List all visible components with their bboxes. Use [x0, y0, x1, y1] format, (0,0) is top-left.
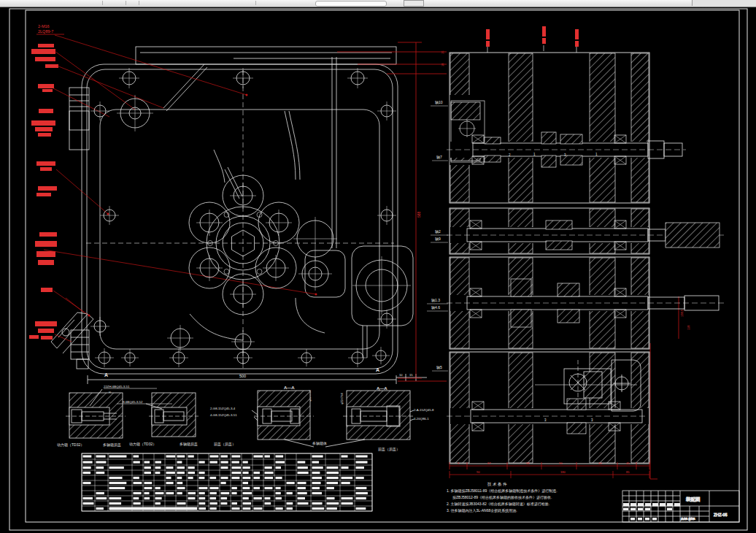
shaft-label: 轴9	[435, 237, 441, 242]
red-annotation-block	[38, 186, 57, 191]
red-annotation-block	[39, 109, 53, 113]
detail-views	[66, 388, 414, 447]
tech-notes-line3: 2. 主轴转速按JB3043-82《组合机床多轴箱转速》标准进行检验.	[447, 502, 549, 507]
parameter-table	[82, 453, 372, 511]
red-annotation-block	[42, 89, 53, 92]
thread-callout-line2: 2LQ89-7	[38, 29, 53, 34]
toolbar-separator	[126, 1, 126, 5]
red-annotation-block	[36, 251, 55, 257]
shaft-label: 轴7	[436, 155, 442, 160]
bolt-holes	[90, 68, 411, 367]
detail-caption: 多轴箱后盖	[180, 442, 198, 447]
dim-10: 10	[399, 373, 403, 377]
detail-caption: 多轴箱体	[312, 441, 327, 446]
title-block-sheet-info: 共4张 第5张	[681, 518, 695, 521]
section-views	[447, 53, 724, 464]
shaft-label: 轴2	[435, 229, 441, 234]
section-marker-a-right: A	[376, 367, 379, 372]
red-section-label	[542, 26, 546, 37]
tech-notes-line2: 按ZBJ58012-89《组合机床多轴箱的验收技术条件》进行验收.	[452, 495, 552, 500]
toolbar-button[interactable]	[404, 0, 424, 7]
red-section-label	[486, 29, 490, 39]
toolbar-separator	[102, 1, 103, 5]
red-section-label	[575, 29, 579, 39]
detail-view-3	[254, 391, 314, 440]
detail-view-4	[343, 391, 413, 440]
toolbar-field[interactable]	[315, 1, 387, 7]
cad-application: 500 10 15 A A 588 15 18 138.5 118	[0, 0, 756, 533]
chain-dim: 90	[559, 461, 563, 465]
red-section-label	[542, 38, 546, 44]
title-block-title: 装配图	[686, 496, 701, 502]
red-section-label	[486, 41, 490, 47]
title-block-drawing-no: ZHZ-05	[714, 513, 728, 517]
red-section-label	[575, 41, 579, 47]
tech-notes-line4: 3. 往多轴箱内注入3L-AN68全损耗系统用油.	[447, 508, 517, 513]
detail-code: 4-G8-15ZQ45-3-51	[210, 413, 237, 417]
section-title: A—A	[284, 386, 295, 390]
detail-code: 2-G8-15ZQ45-3-4	[210, 407, 236, 410]
dim-588: 588	[417, 211, 421, 218]
chain-dim: 85	[626, 470, 630, 474]
toolbar-separator	[139, 1, 139, 5]
red-annotation-block	[31, 120, 55, 126]
chain-dim: 40	[598, 461, 602, 465]
red-annotation-block	[41, 336, 53, 340]
title-block-texture	[623, 503, 680, 521]
section-view-3	[447, 257, 724, 349]
leader-line	[55, 35, 247, 95]
shaft-label: 轴1.3	[431, 298, 440, 303]
detail-view-1	[66, 393, 126, 438]
fit-label: φ25H7/h6	[341, 393, 344, 404]
red-annotation-block	[35, 241, 57, 247]
tech-notes-line1: 1. 多轴箱按ZBJ58011-89《组合机床多轴箱制造技术条件》进行制造.	[447, 488, 558, 494]
section-view-2	[447, 208, 724, 254]
chain-dim: 87	[487, 461, 491, 465]
leader-line	[66, 298, 84, 312]
dim-18-top: 18	[441, 63, 444, 66]
red-annotation-block	[35, 127, 53, 131]
red-annotation-block	[35, 57, 55, 61]
leader-line	[53, 291, 89, 315]
detail-view-2	[149, 393, 198, 437]
chain-dim: 45	[626, 461, 630, 465]
red-annotation-block	[38, 133, 51, 137]
chain-dim: 90	[477, 470, 480, 474]
red-annotation-block	[36, 161, 55, 166]
red-annotation-block	[38, 260, 54, 265]
dim-15-top: 15	[441, 50, 444, 54]
section-view-4-extras	[535, 360, 641, 411]
thread-callout-line1: 2-M16	[38, 24, 50, 28]
red-annotation-block	[38, 44, 54, 47]
shaft-label: 轴5	[436, 365, 442, 370]
app-toolbar[interactable]	[0, 0, 756, 7]
leader-line	[55, 334, 72, 342]
tech-notes-title: 技 术 条 件	[487, 482, 507, 486]
dim-118: 118	[687, 325, 690, 330]
detail-code: 2-A-15ZQ45-8	[414, 408, 434, 412]
toolbar-panel	[692, 0, 756, 6]
gear-bore-cluster	[189, 175, 299, 315]
red-annotation-block	[38, 84, 54, 88]
red-annotation-block	[45, 64, 58, 68]
detail-code: 4-20Q86-1	[414, 417, 429, 421]
dim-15: 15	[409, 373, 413, 377]
cad-canvas[interactable]: 500 10 15 A A 588 15 18 138.5 118	[0, 0, 756, 533]
leader-line	[44, 250, 316, 294]
detail-caption: 多轴箱后盖	[103, 442, 121, 448]
technical-notes: 技 术 条 件 1. 多轴箱按ZBJ58011-89《组合机床多轴箱制造技术条件…	[447, 482, 558, 513]
chain-dim: 180	[560, 470, 566, 474]
detail-caption: 前盖（后盖）	[378, 447, 400, 451]
leader-line	[57, 66, 163, 108]
red-annotation-block	[29, 335, 39, 339]
leader-line	[53, 88, 109, 117]
red-dimension-chain: 987589040459018085	[450, 461, 649, 478]
red-annotation-block	[35, 321, 57, 326]
section-marker-a-left: A	[104, 372, 108, 377]
dim-138-5: 138.5	[680, 309, 684, 317]
red-annotation-block	[36, 193, 51, 196]
shaft-label: 轴4.6	[431, 305, 440, 310]
chain-dim: 58	[526, 461, 530, 465]
section-view-1	[447, 53, 686, 203]
section-view-4	[447, 352, 649, 464]
